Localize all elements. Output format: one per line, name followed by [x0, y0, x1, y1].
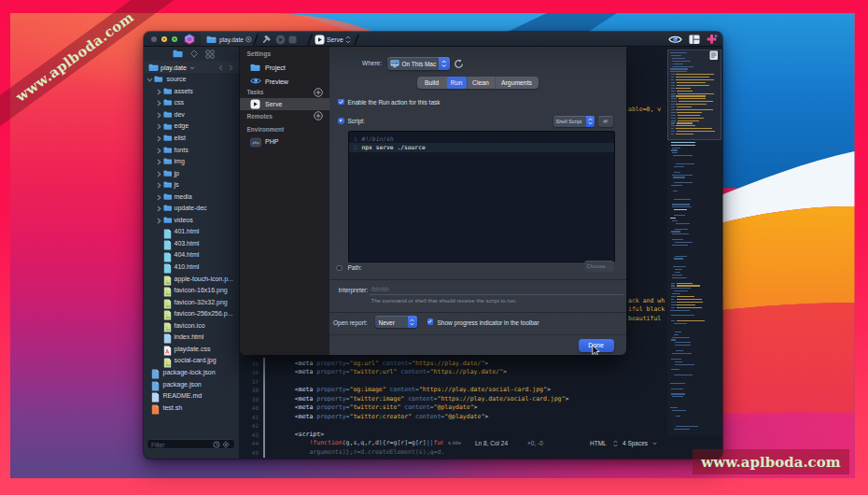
file-tree-row[interactable]: fonts — [144, 145, 240, 157]
scm-status-icon[interactable] — [222, 441, 230, 448]
chevron-down-icon[interactable] — [147, 78, 153, 82]
script-line-number: 1 — [349, 135, 357, 143]
script-editor[interactable]: 1 #!/bin/sh2 npx serve ./source — [348, 131, 615, 262]
enable-run-checkbox[interactable] — [338, 99, 344, 106]
open-report-dropdown[interactable]: Never — [375, 316, 417, 328]
history-forward-icon[interactable] — [229, 64, 233, 71]
file-tree-row[interactable]: package.json — [144, 379, 240, 391]
filter-field[interactable]: Filter — [147, 439, 235, 449]
chevron-right-icon[interactable] — [157, 182, 161, 189]
history-back-icon[interactable] — [218, 64, 223, 71]
script-radio[interactable] — [338, 118, 344, 124]
close-button[interactable] — [151, 36, 158, 43]
chevron-right-icon[interactable] — [157, 218, 161, 224]
file-tree-row[interactable]: css — [144, 97, 240, 109]
tab-run[interactable]: Run — [447, 77, 467, 89]
file-tree-row[interactable]: 401.html — [144, 226, 240, 238]
file-tree-row[interactable]: js — [144, 179, 240, 191]
chevron-right-icon[interactable] — [157, 205, 161, 212]
tab-settings-icon[interactable] — [245, 36, 252, 43]
chevron-right-icon[interactable] — [157, 89, 161, 95]
file-tree-row[interactable]: 410.html — [144, 262, 240, 274]
status-language[interactable]: HTML — [590, 439, 607, 447]
build-hammer-icon[interactable] — [260, 35, 272, 45]
run-icon[interactable] — [275, 35, 286, 45]
refresh-icon[interactable] — [454, 59, 464, 69]
path-radio[interactable] — [336, 265, 343, 272]
file-tree-label: favicon.ico — [175, 320, 205, 332]
nav-item-serve[interactable]: Serve — [240, 98, 329, 110]
file-tree-row[interactable]: test.sh — [144, 403, 240, 415]
file-tree-row[interactable]: favicon-32x32.png — [144, 297, 240, 309]
file-tree-label: videos — [175, 215, 193, 227]
file-tree-row[interactable]: jp — [144, 168, 240, 180]
publish-plus-icon[interactable] — [706, 34, 719, 46]
file-tree-row[interactable]: playdate.css — [144, 344, 240, 356]
file-tree-row[interactable]: favicon-16x16.png — [144, 285, 240, 297]
tab-arguments[interactable]: Arguments — [495, 77, 539, 89]
file-tree-row[interactable]: source — [144, 74, 240, 86]
where-dropdown[interactable]: On This Mac — [387, 57, 450, 70]
task-selector[interactable]: Serve — [315, 32, 357, 47]
stop-icon[interactable] — [288, 35, 297, 44]
status-position[interactable]: Ln 8, Col 24 — [475, 439, 508, 447]
zoom-button[interactable] — [172, 36, 178, 43]
file-tree-row[interactable]: package-lock.json — [144, 367, 240, 379]
tab-build[interactable]: Build — [417, 77, 447, 89]
minimize-button[interactable] — [161, 36, 168, 43]
file-tree-row[interactable]: dev — [144, 109, 240, 121]
task-form: Where: On This Mac — [329, 47, 626, 355]
file-tree-row[interactable]: update-dec — [144, 203, 240, 215]
indent-chevron-icon[interactable] — [652, 442, 657, 446]
file-tree-row[interactable]: 403.html — [144, 238, 240, 250]
preview-eye-icon[interactable] — [668, 35, 682, 45]
chevron-right-icon[interactable] — [157, 100, 161, 106]
tab-clean[interactable]: Clean — [467, 77, 495, 89]
progress-checkbox[interactable] — [427, 318, 434, 325]
nav-item-php[interactable]: php PHP — [240, 135, 329, 148]
chevron-right-icon[interactable] — [157, 135, 161, 142]
file-tree-label: update-dec — [175, 203, 207, 215]
nav-item-project[interactable]: Project — [240, 62, 329, 74]
file-tree-row[interactable]: README.md — [144, 390, 240, 403]
project-tab[interactable]: play.date — [201, 32, 256, 47]
status-changes[interactable]: +0, -0 — [527, 439, 543, 447]
language-dropdown[interactable]: Shell Script — [553, 116, 595, 127]
file-tree-row[interactable]: edge — [144, 120, 240, 133]
file-tree-row[interactable]: img — [144, 156, 240, 168]
add-icon[interactable] — [314, 111, 323, 120]
file-tree-row[interactable]: index.html — [144, 332, 240, 344]
file-tree-row[interactable]: elist — [144, 133, 240, 145]
language-stepper-icon[interactable] — [613, 440, 618, 447]
sidebar-files-tab-icon[interactable] — [173, 50, 183, 58]
chevron-right-icon[interactable] — [157, 159, 161, 165]
svg-text:php: php — [252, 140, 259, 145]
file-tree-row[interactable]: favicon.ico — [144, 320, 240, 332]
file-tree-row[interactable]: favicon-256x256.p... — [144, 308, 240, 320]
minimap[interactable] — [667, 47, 722, 459]
chevron-right-icon[interactable] — [157, 123, 161, 130]
editor-proxy-icon[interactable] — [709, 50, 719, 61]
file-tree-row[interactable]: videos — [144, 215, 240, 227]
shebang-button[interactable]: #! — [598, 116, 613, 127]
sidebar-grid-tab-icon[interactable] — [205, 50, 215, 59]
project-row[interactable]: play.date — [144, 61, 240, 75]
file-tree-row[interactable]: social-card.jpg — [144, 355, 240, 367]
choose-button[interactable]: Choose… — [584, 261, 614, 272]
sidebar-clips-tab-icon[interactable] — [189, 50, 199, 59]
file-tree-row[interactable]: assets — [144, 86, 240, 98]
file-tree-row[interactable]: apple-touch-icon.p... — [144, 274, 240, 286]
chevron-right-icon[interactable] — [157, 194, 161, 201]
add-icon[interactable] — [314, 88, 323, 97]
chevron-right-icon[interactable] — [157, 171, 161, 177]
chevron-right-icon[interactable] — [157, 112, 161, 119]
file-tree-row[interactable]: 404.html — [144, 249, 240, 262]
interpreter-field[interactable]: /bin/sh — [370, 283, 623, 295]
file-tree-label: source — [167, 74, 187, 86]
file-tree-row[interactable]: media — [144, 191, 240, 204]
chevron-right-icon[interactable] — [157, 148, 161, 154]
panel-layout-icon[interactable] — [689, 35, 700, 45]
status-indent[interactable]: 4 Spaces — [623, 439, 648, 447]
nav-item-preview[interactable]: Preview — [240, 76, 329, 88]
recent-clock-icon[interactable] — [213, 441, 220, 448]
